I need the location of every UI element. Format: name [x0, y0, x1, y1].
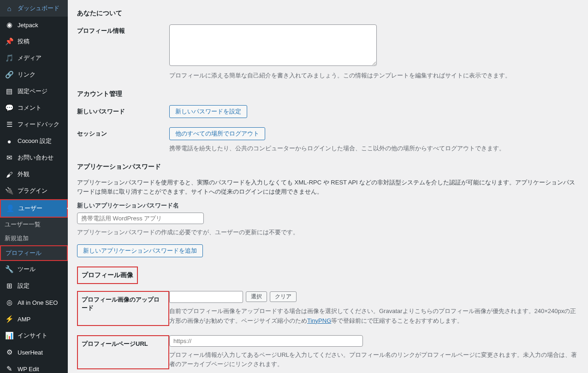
label-app-password-name: 新しいアプリケーションパスワード名	[77, 201, 579, 210]
sidebar-sub-profile[interactable]: プロフィール	[0, 245, 68, 261]
session-desc: 携帯電話を紛失したり、公共のコンピューターからログインした場合、ここ以外の他の場…	[169, 144, 579, 154]
appearance-icon: 🖌	[5, 170, 14, 179]
add-app-password-button[interactable]: 新しいアプリケーションパスワードを追加	[77, 244, 203, 257]
app-password-desc: アプリケーションパスワードを使用すると、実際のパスワードを入力しなくても XML…	[77, 178, 579, 197]
sidebar-item-wpedit[interactable]: ✎WP Edit	[0, 361, 68, 373]
heading-profile-image: プロフィール画像	[77, 266, 138, 284]
label-session: セッション	[77, 127, 169, 154]
content: あなたについて プロフィール情報 プロフィールに添える簡単な自己紹介を書き入れて…	[68, 0, 588, 373]
profile-url-desc: プロフィール情報が入力してあるページURLを入力してください。プロフィール名のリ…	[169, 350, 579, 370]
mail-icon: ✉	[5, 153, 14, 162]
sidebar-sub-addnew[interactable]: 新規追加	[0, 231, 68, 245]
logout-everywhere-button[interactable]: 他のすべての場所でログアウト	[169, 127, 265, 140]
jetpack-icon: ◉	[5, 20, 14, 30]
amp-icon: ⚡	[5, 314, 14, 324]
tinypng-link[interactable]: TinyPNG	[307, 317, 331, 324]
insights-icon: 📊	[5, 331, 14, 340]
app-password-help: アプリケーションパスワードの作成に必要ですが、ユーザーの更新には不要です。	[77, 228, 579, 237]
sidebar-item-contact[interactable]: ✉お問い合わせ	[0, 149, 68, 166]
page-icon: ▤	[5, 87, 14, 96]
tools-icon: 🔧	[5, 265, 14, 274]
sidebar-item-appearance[interactable]: 🖌外観	[0, 166, 68, 183]
sidebar-item-aioseo[interactable]: ◎All in One SEO	[0, 294, 68, 311]
sidebar-item-users[interactable]: 👤ユーザー	[0, 199, 68, 218]
user-icon: 👤	[6, 204, 15, 213]
sidebar-item-amp[interactable]: ⚡AMP	[0, 311, 68, 327]
comment-icon: 💬	[5, 103, 14, 112]
settings-icon: ⊞	[5, 281, 14, 290]
aioseo-icon: ◎	[5, 298, 14, 307]
sidebar-item-posts[interactable]: 📌投稿	[0, 33, 68, 50]
label-new-password: 新しいパスワード	[77, 105, 169, 118]
sidebar-item-plugins[interactable]: 🔌プラグイン	[0, 183, 68, 199]
userheat-icon: ⚙	[5, 348, 14, 357]
sidebar-item-insights[interactable]: 📊インサイト	[0, 327, 68, 344]
select-button[interactable]: 選択	[246, 291, 267, 302]
label-profile-url: プロフィールページURL	[77, 335, 169, 370]
sidebar: ⌂ダッシュボード ◉Jetpack 📌投稿 🎵メディア 🔗リンク ▤固定ページ …	[0, 0, 68, 373]
dashboard-icon: ⌂	[5, 4, 14, 13]
sidebar-item-cocoon[interactable]: ●Cocoon 設定	[0, 133, 68, 149]
label-profile-upload: プロフィール画像のアップロード	[77, 291, 169, 326]
upload-desc: 自前でプロフィール画像をアップロードする場合は画像を選択してください。Grava…	[169, 307, 579, 326]
media-icon: 🎵	[5, 53, 14, 63]
pin-icon: 📌	[5, 37, 14, 46]
sidebar-submenu: ユーザー一覧 新規追加 プロフィール	[0, 218, 68, 261]
set-password-button[interactable]: 新しいパスワードを設定	[169, 105, 247, 118]
plugin-icon: 🔌	[5, 186, 14, 195]
link-icon: 🔗	[5, 70, 14, 79]
profile-url-input[interactable]	[169, 335, 363, 347]
sidebar-item-pages[interactable]: ▤固定ページ	[0, 83, 68, 100]
heading-about: あなたについて	[77, 9, 579, 18]
wpedit-icon: ✎	[5, 364, 14, 373]
sidebar-item-links[interactable]: 🔗リンク	[0, 66, 68, 83]
cocoon-icon: ●	[5, 136, 14, 146]
sidebar-item-jetpack[interactable]: ◉Jetpack	[0, 17, 68, 33]
heading-account: アカウント管理	[77, 90, 579, 98]
sidebar-item-dashboard[interactable]: ⌂ダッシュボード	[0, 0, 68, 17]
profile-info-textarea[interactable]	[169, 24, 377, 66]
sidebar-item-tools[interactable]: 🔧ツール	[0, 261, 68, 278]
app-password-name-input[interactable]	[77, 213, 204, 224]
sidebar-item-feedback[interactable]: ☰フィードバック	[0, 116, 68, 133]
label-profile-info: プロフィール情報	[77, 24, 169, 81]
sidebar-item-media[interactable]: 🎵メディア	[0, 50, 68, 66]
sidebar-sub-userlist[interactable]: ユーザー一覧	[0, 218, 68, 231]
sidebar-item-comments[interactable]: 💬コメント	[0, 100, 68, 116]
profile-info-desc: プロフィールに添える簡単な自己紹介を書き入れてみましょう。この情報はテンプレート…	[169, 71, 579, 81]
sidebar-item-settings[interactable]: ⊞設定	[0, 278, 68, 294]
profile-image-field[interactable]	[169, 291, 243, 303]
heading-app-password: アプリケーションパスワード	[77, 163, 579, 171]
feedback-icon: ☰	[5, 120, 14, 129]
sidebar-item-userheat[interactable]: ⚙UserHeat	[0, 344, 68, 361]
clear-button[interactable]: クリア	[270, 291, 297, 302]
